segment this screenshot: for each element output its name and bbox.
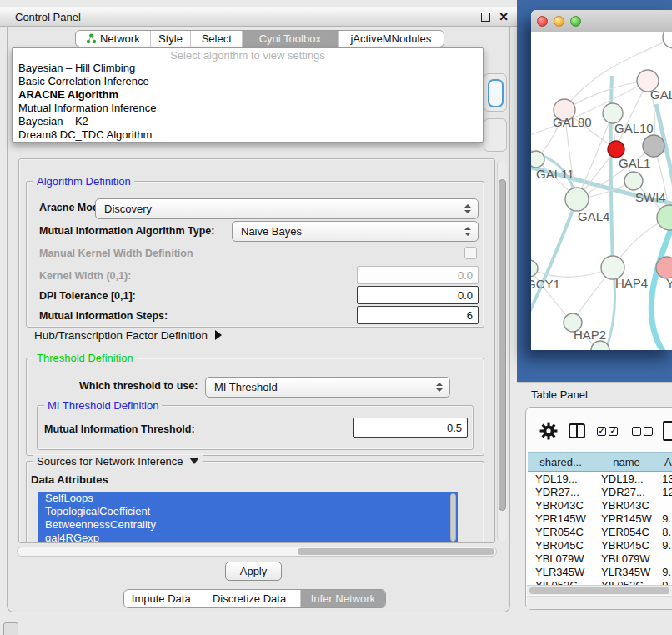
focused-button-fragment[interactable]	[488, 79, 504, 108]
menu-item[interactable]: Bayesian – Hill Climbing	[13, 62, 483, 75]
column-header-shared[interactable]: shared...	[528, 452, 594, 472]
table-row[interactable]: YBR045CYBR045C9.	[528, 538, 672, 552]
apply-button[interactable]: Apply	[225, 562, 282, 581]
deselect-all-icon[interactable]	[632, 427, 653, 436]
table-cell: YBL079W	[594, 552, 658, 565]
list-item[interactable]: gal4RGexp	[38, 532, 458, 543]
table-row[interactable]: YLR345WYLR345W9.	[528, 565, 672, 578]
table-row[interactable]: YDR27...YDR27...12	[528, 485, 672, 498]
table-row[interactable]: YBR043CYBR043C	[528, 498, 672, 512]
settings-scrollbar-track[interactable]	[497, 160, 507, 542]
tab-cyni-toolbox[interactable]: Cyni Toolbox	[243, 31, 338, 47]
table-row[interactable]: YBL079WYBL079W	[528, 552, 672, 565]
network-node[interactable]	[591, 341, 609, 350]
table-cell: YER054C	[528, 526, 594, 538]
table-row[interactable]: YPR145WYPR145W9.	[528, 512, 672, 525]
table-header: shared... name A	[528, 452, 672, 472]
column-header-partial[interactable]: A	[659, 452, 672, 472]
kernel-width-field[interactable]: 0.0	[357, 266, 479, 284]
table-cell: YBR045C	[594, 539, 658, 552]
table-row[interactable]: YER054CYER054C8.	[528, 525, 672, 538]
algorithm-definition-title: Algorithm Definition	[33, 175, 134, 188]
mi-type-select[interactable]: Naive Bayes	[232, 221, 479, 242]
mi-steps-field[interactable]: 6	[357, 306, 479, 324]
mi-threshold-value: 0.5	[447, 422, 462, 434]
table-hscrollbar-thumb[interactable]	[529, 588, 669, 594]
tab-select[interactable]: Select	[191, 31, 243, 47]
menu-item[interactable]: Mutual Information Inference	[13, 102, 483, 115]
data-attributes-list[interactable]: SelfLoops TopologicalCoefficient Between…	[38, 492, 458, 543]
network-tab-icon	[86, 33, 97, 44]
settings-hscrollbar-track[interactable]	[17, 547, 497, 557]
table-cell: YDL19...	[594, 472, 658, 485]
table-cell: YDR27...	[594, 486, 658, 498]
network-node[interactable]	[663, 32, 672, 48]
menu-item[interactable]: Basic Correlation Inference	[13, 75, 483, 88]
table-cell: 9.	[658, 539, 672, 552]
aracne-mode-value: Discovery	[104, 202, 152, 215]
table-row[interactable]: YDL19...YDL19...13	[528, 472, 672, 485]
settings-hscrollbar-thumb[interactable]	[298, 548, 494, 555]
gear-icon[interactable]	[539, 422, 558, 440]
dpi-tolerance-field[interactable]: 0.0	[357, 286, 479, 304]
collapse-down-icon	[189, 458, 199, 464]
network-node[interactable]	[643, 135, 664, 157]
sources-group: Sources for Network Inference Data Attri…	[26, 461, 484, 543]
minimize-button[interactable]	[554, 16, 564, 27]
float-window-icon[interactable]	[481, 12, 490, 22]
menu-item-selected[interactable]: ARACNE Algorithm	[13, 88, 483, 102]
table-hscrollbar-track[interactable]	[527, 585, 672, 595]
mi-threshold-field[interactable]: 0.5	[353, 418, 468, 438]
sources-group-title[interactable]: Sources for Network Inference	[33, 455, 203, 468]
network-edge[interactable]	[531, 199, 577, 322]
network-view-window[interactable]: GALGAL80GAL10GAL1GAL11SWI4GAL4GCY1HAP4YH…	[531, 10, 672, 350]
mi-steps-label: Mutual Information Steps:	[39, 310, 168, 322]
network-node[interactable]	[531, 260, 538, 277]
network-svg[interactable]: GALGAL80GAL10GAL1GAL11SWI4GAL4GCY1HAP4YH…	[531, 32, 672, 350]
zoom-button[interactable]	[570, 16, 581, 27]
network-node[interactable]	[657, 205, 672, 230]
network-node-label: GAL11	[536, 167, 574, 181]
settings-scrollbar-thumb[interactable]	[499, 179, 506, 511]
list-scrollbar[interactable]	[450, 493, 456, 542]
network-edge[interactable]	[605, 268, 615, 350]
close-button[interactable]	[537, 16, 548, 27]
network-edge[interactable]	[531, 268, 613, 278]
aracne-mode-select[interactable]: Discovery	[95, 198, 479, 219]
tab-discretize-data[interactable]: Discretize Data	[198, 590, 300, 608]
list-item[interactable]: BetweennessCentrality	[38, 518, 458, 532]
table-cell: YLR345W	[594, 566, 658, 578]
split-columns-icon[interactable]	[569, 423, 585, 438]
threshold-definition-group: Threshold Definition Which threshold to …	[26, 358, 484, 456]
column-header-name[interactable]: name	[594, 452, 659, 472]
collapsed-panel-icon[interactable]	[3, 622, 18, 635]
network-window-titlebar[interactable]	[531, 10, 672, 32]
network-node-label: GAL4	[578, 209, 609, 223]
tab-network[interactable]: Network	[76, 31, 151, 47]
mi-threshold-label: Mutual Information Threshold:	[44, 423, 195, 435]
tab-infer-network[interactable]: Infer Network	[301, 590, 385, 608]
list-item[interactable]: TopologicalCoefficient	[38, 505, 458, 518]
menu-item[interactable]: Dream8 DC_TDC Algorithm	[13, 128, 483, 142]
manual-kernel-checkbox[interactable]	[464, 247, 477, 259]
tab-style[interactable]: Style	[151, 31, 192, 47]
menu-item[interactable]: Bayesian – K2	[13, 115, 483, 128]
network-node[interactable]	[531, 151, 544, 168]
tab-impute-data-label: Impute Data	[132, 592, 191, 605]
network-node[interactable]	[624, 172, 643, 190]
network-node[interactable]	[565, 188, 589, 211]
close-icon[interactable]: ✕	[499, 12, 509, 22]
tab-jactivemnodules[interactable]: jActiveMNodules	[339, 31, 444, 47]
network-node[interactable]	[608, 141, 624, 158]
table-row[interactable]: YIL052CYIL052C9	[528, 578, 672, 585]
network-node-label: GAL10	[614, 121, 654, 135]
list-item[interactable]: SelfLoops	[38, 492, 458, 505]
hub-definition-toggle[interactable]: Hub/Transcription Factor Definition	[34, 329, 222, 342]
which-threshold-select[interactable]: MI Threshold	[205, 377, 450, 398]
table-toolbar: ✓✓	[526, 411, 672, 451]
threshold-definition-title: Threshold Definition	[33, 352, 137, 364]
select-all-icon[interactable]: ✓✓	[597, 427, 618, 436]
combo-spinner-icon	[464, 204, 471, 213]
new-table-icon[interactable]	[663, 421, 672, 441]
tab-impute-data[interactable]: Impute Data	[124, 590, 198, 608]
